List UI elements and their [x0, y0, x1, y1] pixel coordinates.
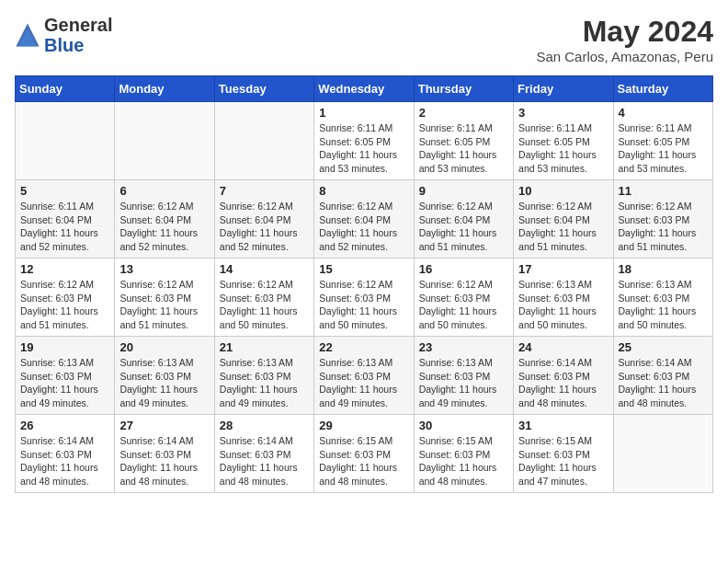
calendar-cell: [214, 102, 313, 180]
location: San Carlos, Amazonas, Peru: [536, 49, 713, 64]
day-info: Sunrise: 6:11 AM Sunset: 6:05 PM Dayligh…: [518, 121, 608, 176]
logo: General Blue: [15, 15, 112, 55]
day-info: Sunrise: 6:12 AM Sunset: 6:03 PM Dayligh…: [419, 278, 508, 332]
day-number: 24: [518, 340, 608, 354]
day-info: Sunrise: 6:12 AM Sunset: 6:03 PM Dayligh…: [619, 200, 708, 254]
calendar-cell: 22Sunrise: 6:13 AM Sunset: 6:03 PM Dayli…: [314, 337, 414, 415]
calendar-body: 1Sunrise: 6:11 AM Sunset: 6:05 PM Daylig…: [16, 102, 713, 493]
calendar-cell: 27Sunrise: 6:14 AM Sunset: 6:03 PM Dayli…: [115, 415, 214, 493]
calendar-week-1: 1Sunrise: 6:11 AM Sunset: 6:05 PM Daylig…: [16, 102, 713, 180]
day-info: Sunrise: 6:12 AM Sunset: 6:04 PM Dayligh…: [220, 200, 309, 254]
day-info: Sunrise: 6:13 AM Sunset: 6:03 PM Dayligh…: [319, 356, 408, 410]
day-info: Sunrise: 6:12 AM Sunset: 6:03 PM Dayligh…: [119, 278, 209, 332]
day-info: Sunrise: 6:11 AM Sunset: 6:04 PM Dayligh…: [20, 200, 109, 254]
calendar-cell: 6Sunrise: 6:12 AM Sunset: 6:04 PM Daylig…: [115, 180, 214, 259]
logo-blue-text: Blue: [44, 35, 84, 55]
calendar-cell: 4Sunrise: 6:11 AM Sunset: 6:05 PM Daylig…: [613, 102, 712, 180]
day-number: 2: [419, 106, 508, 120]
calendar-cell: 7Sunrise: 6:12 AM Sunset: 6:04 PM Daylig…: [214, 180, 313, 259]
calendar-week-2: 5Sunrise: 6:11 AM Sunset: 6:04 PM Daylig…: [16, 180, 713, 259]
calendar-header: Sunday Monday Tuesday Wednesday Thursday…: [16, 76, 713, 102]
day-info: Sunrise: 6:12 AM Sunset: 6:04 PM Dayligh…: [319, 200, 408, 254]
calendar-cell: 13Sunrise: 6:12 AM Sunset: 6:03 PM Dayli…: [115, 259, 214, 337]
day-info: Sunrise: 6:13 AM Sunset: 6:03 PM Dayligh…: [220, 356, 309, 410]
day-info: Sunrise: 6:14 AM Sunset: 6:03 PM Dayligh…: [518, 356, 608, 410]
day-info: Sunrise: 6:14 AM Sunset: 6:03 PM Dayligh…: [619, 356, 708, 410]
day-info: Sunrise: 6:13 AM Sunset: 6:03 PM Dayligh…: [518, 278, 608, 332]
day-number: 18: [619, 262, 708, 276]
day-number: 11: [619, 184, 708, 198]
day-info: Sunrise: 6:12 AM Sunset: 6:03 PM Dayligh…: [220, 278, 309, 332]
col-friday: Friday: [514, 76, 613, 102]
day-number: 14: [220, 262, 309, 276]
calendar-cell: 14Sunrise: 6:12 AM Sunset: 6:03 PM Dayli…: [214, 259, 313, 337]
day-info: Sunrise: 6:13 AM Sunset: 6:03 PM Dayligh…: [119, 356, 209, 410]
calendar-cell: 1Sunrise: 6:11 AM Sunset: 6:05 PM Daylig…: [314, 102, 414, 180]
day-number: 8: [319, 184, 408, 198]
calendar-cell: 30Sunrise: 6:15 AM Sunset: 6:03 PM Dayli…: [414, 415, 513, 493]
day-number: 20: [119, 340, 209, 354]
day-number: 30: [419, 419, 508, 432]
day-info: Sunrise: 6:12 AM Sunset: 6:03 PM Dayligh…: [319, 278, 408, 332]
header-row: Sunday Monday Tuesday Wednesday Thursday…: [16, 76, 713, 102]
calendar-cell: 10Sunrise: 6:12 AM Sunset: 6:04 PM Dayli…: [514, 180, 613, 259]
day-info: Sunrise: 6:14 AM Sunset: 6:03 PM Dayligh…: [20, 434, 109, 488]
day-number: 3: [518, 106, 608, 120]
day-number: 15: [319, 262, 408, 276]
calendar-cell: 12Sunrise: 6:12 AM Sunset: 6:03 PM Dayli…: [16, 259, 115, 337]
day-number: 12: [20, 262, 109, 276]
day-number: 26: [20, 419, 109, 432]
day-number: 7: [220, 184, 309, 198]
day-info: Sunrise: 6:11 AM Sunset: 6:05 PM Dayligh…: [319, 121, 408, 176]
day-number: 1: [319, 106, 408, 120]
day-info: Sunrise: 6:11 AM Sunset: 6:05 PM Dayligh…: [619, 121, 708, 176]
day-number: 23: [419, 340, 508, 354]
day-info: Sunrise: 6:13 AM Sunset: 6:03 PM Dayligh…: [419, 356, 508, 410]
calendar-cell: 5Sunrise: 6:11 AM Sunset: 6:04 PM Daylig…: [16, 180, 115, 259]
day-number: 4: [619, 106, 708, 120]
day-info: Sunrise: 6:11 AM Sunset: 6:05 PM Dayligh…: [419, 121, 508, 176]
col-sunday: Sunday: [16, 76, 115, 102]
col-tuesday: Tuesday: [214, 76, 313, 102]
calendar-week-4: 19Sunrise: 6:13 AM Sunset: 6:03 PM Dayli…: [16, 337, 713, 415]
day-number: 22: [319, 340, 408, 354]
day-info: Sunrise: 6:15 AM Sunset: 6:03 PM Dayligh…: [319, 434, 408, 488]
day-number: 21: [220, 340, 309, 354]
title-block: May 2024 San Carlos, Amazonas, Peru: [536, 15, 713, 64]
day-info: Sunrise: 6:12 AM Sunset: 6:03 PM Dayligh…: [20, 278, 109, 332]
calendar-cell: 25Sunrise: 6:14 AM Sunset: 6:03 PM Dayli…: [613, 337, 712, 415]
day-number: 29: [319, 419, 408, 432]
calendar-cell: 3Sunrise: 6:11 AM Sunset: 6:05 PM Daylig…: [514, 102, 613, 180]
calendar-cell: 21Sunrise: 6:13 AM Sunset: 6:03 PM Dayli…: [214, 337, 313, 415]
day-number: 9: [419, 184, 508, 198]
calendar-week-3: 12Sunrise: 6:12 AM Sunset: 6:03 PM Dayli…: [16, 259, 713, 337]
page-header: General Blue May 2024 San Carlos, Amazon…: [15, 15, 713, 64]
calendar-cell: [16, 102, 115, 180]
calendar-cell: 17Sunrise: 6:13 AM Sunset: 6:03 PM Dayli…: [514, 259, 613, 337]
col-wednesday: Wednesday: [314, 76, 414, 102]
calendar-cell: 8Sunrise: 6:12 AM Sunset: 6:04 PM Daylig…: [314, 180, 414, 259]
day-info: Sunrise: 6:15 AM Sunset: 6:03 PM Dayligh…: [419, 434, 508, 488]
day-info: Sunrise: 6:13 AM Sunset: 6:03 PM Dayligh…: [20, 356, 109, 410]
calendar-cell: 26Sunrise: 6:14 AM Sunset: 6:03 PM Dayli…: [16, 415, 115, 493]
calendar-cell: 15Sunrise: 6:12 AM Sunset: 6:03 PM Dayli…: [314, 259, 414, 337]
day-number: 17: [518, 262, 608, 276]
col-thursday: Thursday: [414, 76, 513, 102]
calendar-cell: 24Sunrise: 6:14 AM Sunset: 6:03 PM Dayli…: [514, 337, 613, 415]
calendar-cell: 9Sunrise: 6:12 AM Sunset: 6:04 PM Daylig…: [414, 180, 513, 259]
day-number: 25: [619, 340, 708, 354]
month-title: May 2024: [536, 15, 713, 49]
day-number: 10: [518, 184, 608, 198]
calendar-cell: [115, 102, 214, 180]
day-number: 16: [419, 262, 508, 276]
logo-icon: [15, 22, 40, 48]
calendar-cell: 18Sunrise: 6:13 AM Sunset: 6:03 PM Dayli…: [613, 259, 712, 337]
day-number: 13: [119, 262, 209, 276]
calendar-table: Sunday Monday Tuesday Wednesday Thursday…: [15, 75, 713, 493]
day-number: 19: [20, 340, 109, 354]
logo-general-text: General: [44, 15, 112, 35]
day-info: Sunrise: 6:12 AM Sunset: 6:04 PM Dayligh…: [518, 200, 608, 254]
day-number: 6: [119, 184, 209, 198]
calendar-cell: 20Sunrise: 6:13 AM Sunset: 6:03 PM Dayli…: [115, 337, 214, 415]
day-number: 27: [119, 419, 209, 432]
